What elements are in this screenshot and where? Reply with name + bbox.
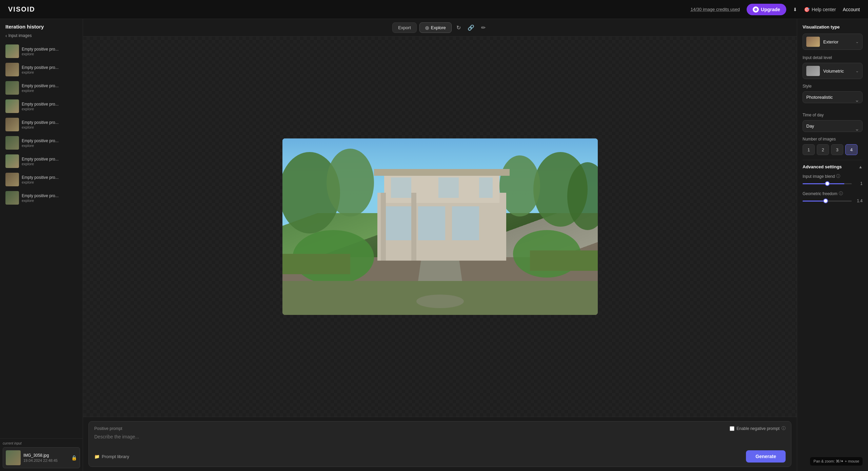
blend-info-icon[interactable]: ⓘ	[836, 173, 840, 179]
history-name: Empty positive pro...	[22, 193, 77, 198]
history-tag: explore	[22, 180, 77, 184]
negative-prompt-row: Enable negative prompt ⓘ	[730, 426, 786, 431]
help-icon: 🎯	[804, 7, 810, 12]
export-label: Export	[398, 25, 411, 30]
geo-label: Geometric freedom	[803, 191, 837, 196]
history-text: Empty positive pro... explore	[22, 102, 77, 111]
history-thumb-img	[5, 173, 19, 186]
edit-button[interactable]: ✏	[479, 22, 488, 33]
num-images-label: Number of images	[803, 137, 863, 142]
num-images-btn-3[interactable]: 3	[831, 144, 843, 155]
geo-slider-row: 1.4	[803, 199, 863, 203]
svg-rect-18	[374, 169, 510, 176]
history-item[interactable]: Empty positive pro... explore	[3, 189, 80, 207]
history-name: Empty positive pro...	[22, 157, 77, 162]
main-image	[282, 138, 598, 315]
account-button[interactable]: Account	[843, 7, 860, 12]
style-wrapper: PhotorealisticArtisticSketchWatercolor	[803, 91, 863, 108]
prompt-library-button[interactable]: 📁 Prompt library	[94, 454, 129, 459]
explore-button[interactable]: ◎ Explore	[419, 22, 452, 33]
back-to-input-link[interactable]: ‹ Input images	[5, 33, 77, 38]
history-thumb	[5, 81, 19, 95]
upgrade-plus-icon: ⊕	[753, 6, 759, 13]
advanced-title-label: Advanced settings	[803, 164, 842, 169]
history-name: Empty positive pro...	[22, 138, 77, 143]
history-tag: explore	[22, 89, 77, 93]
viz-option[interactable]: Exterior ⌄	[803, 34, 863, 50]
refresh-button[interactable]: ↻	[454, 22, 463, 33]
history-thumb	[5, 44, 19, 58]
back-link-label: Input images	[8, 33, 32, 38]
library-icon: 📁	[94, 454, 100, 459]
history-item[interactable]: Empty positive pro... explore	[3, 171, 80, 188]
history-tag: explore	[22, 70, 77, 74]
history-item[interactable]: Empty positive pro... explore	[3, 152, 80, 170]
time-label: Time of day	[803, 113, 863, 117]
history-thumb-img	[5, 99, 19, 113]
history-item[interactable]: Empty positive pro... explore	[3, 116, 80, 133]
svg-rect-16	[438, 177, 459, 198]
prompt-label: Positive prompt	[94, 426, 122, 431]
history-thumb-img	[5, 191, 19, 205]
history-thumb	[5, 118, 19, 131]
history-text: Empty positive pro... explore	[22, 65, 77, 74]
current-info: IMG_3058.jpg 19.04.2024 22:48:45	[23, 453, 68, 463]
svg-rect-15	[391, 177, 411, 198]
history-item[interactable]: Empty positive pro... explore	[3, 79, 80, 97]
svg-marker-9	[418, 257, 462, 281]
detail-selector[interactable]: Volumetric ⌄	[803, 63, 863, 79]
history-name: Empty positive pro...	[22, 120, 77, 125]
viz-thumb	[806, 37, 820, 47]
time-select[interactable]: DayNightGolden hourDusk	[803, 120, 863, 132]
history-thumb	[5, 173, 19, 186]
toolbar: Export ◎ Explore ↻ 🔗 ✏	[83, 19, 797, 37]
history-thumb	[5, 191, 19, 205]
prompt-input[interactable]	[94, 434, 786, 446]
current-thumb	[6, 450, 21, 465]
geo-info-icon[interactable]: ⓘ	[839, 191, 843, 196]
link-button[interactable]: 🔗	[466, 22, 476, 33]
history-text: Empty positive pro... explore	[22, 175, 77, 184]
num-images-btn-1[interactable]: 1	[803, 144, 815, 155]
history-thumb-img	[5, 118, 19, 131]
history-thumb-img	[5, 81, 19, 95]
sidebar-title: Iteration history	[5, 24, 77, 30]
time-wrapper: DayNightGolden hourDusk	[803, 120, 863, 137]
help-center-button[interactable]: 🎯 Help center	[804, 7, 836, 12]
prompt-footer: 📁 Prompt library Generate	[94, 450, 786, 463]
num-images-btn-4[interactable]: 4	[845, 144, 857, 155]
edit-icon: ✏	[481, 25, 486, 31]
svg-rect-19	[381, 193, 386, 261]
current-input-item[interactable]: IMG_3058.jpg 19.04.2024 22:48:45 🔒	[3, 447, 80, 468]
pan-zoom-hint: Pan & zoom: ⌘/✦ + mouse	[810, 457, 863, 466]
back-arrow-icon: ‹	[5, 33, 7, 38]
history-thumb-img	[5, 154, 19, 168]
export-button[interactable]: Export	[392, 22, 417, 33]
viz-label: Exterior	[823, 39, 855, 44]
history-item[interactable]: Empty positive pro... explore	[3, 42, 80, 60]
advanced-settings-toggle[interactable]: Advanced settings ▲	[803, 164, 863, 169]
sidebar: Iteration history ‹ Input images Empty p…	[0, 19, 83, 471]
visualization-type-title: Visualization type	[803, 24, 863, 30]
viz-type-selector: Exterior ⌄	[803, 34, 863, 50]
download-button[interactable]: ⬇	[793, 7, 797, 12]
generate-button[interactable]: Generate	[746, 450, 786, 463]
history-item[interactable]: Empty positive pro... explore	[3, 134, 80, 152]
negative-prompt-info-icon[interactable]: ⓘ	[782, 426, 786, 431]
refresh-icon: ↻	[456, 25, 461, 31]
detail-chevron-icon: ⌄	[855, 69, 859, 73]
negative-prompt-checkbox[interactable]	[730, 426, 734, 431]
blend-slider[interactable]	[803, 183, 852, 184]
geo-slider[interactable]	[803, 201, 852, 202]
history-item[interactable]: Empty positive pro... explore	[3, 61, 80, 78]
history-name: Empty positive pro...	[22, 102, 77, 107]
center-area: Export ◎ Explore ↻ 🔗 ✏	[83, 19, 797, 471]
link-icon: 🔗	[468, 25, 474, 31]
history-thumb	[5, 136, 19, 150]
help-center-label: Help center	[812, 7, 836, 12]
history-tag: explore	[22, 52, 77, 56]
style-select[interactable]: PhotorealisticArtisticSketchWatercolor	[803, 91, 863, 103]
history-item[interactable]: Empty positive pro... explore	[3, 97, 80, 115]
num-images-btn-2[interactable]: 2	[817, 144, 829, 155]
upgrade-button[interactable]: ⊕ Upgrade	[747, 4, 786, 15]
